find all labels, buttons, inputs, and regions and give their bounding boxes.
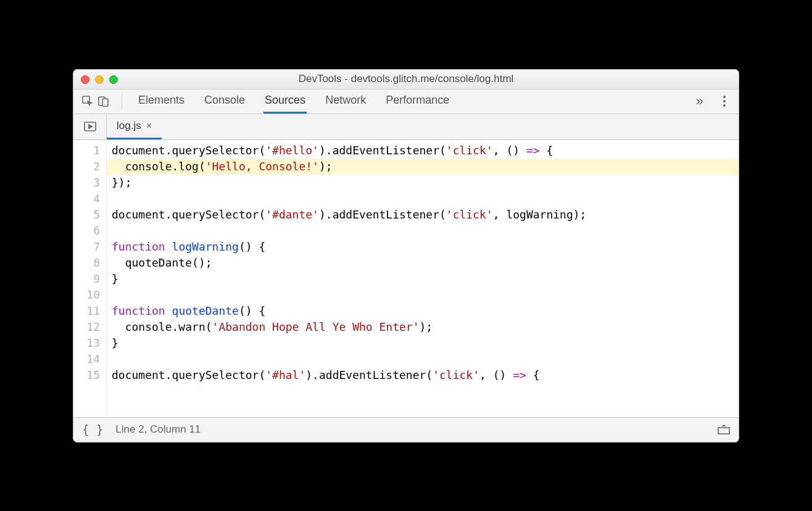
- tab-elements[interactable]: Elements: [137, 89, 186, 114]
- code-line[interactable]: }: [112, 271, 734, 287]
- code-line[interactable]: function logWarning() {: [112, 239, 734, 255]
- navigator-toggle[interactable]: [73, 114, 107, 139]
- sources-subbar: log.js ×: [73, 114, 739, 140]
- window-close-button[interactable]: [81, 75, 89, 84]
- title-bar: DevTools - devtools.glitch.me/console/lo…: [73, 70, 739, 89]
- tab-console[interactable]: Console: [203, 89, 246, 114]
- more-panels-button[interactable]: »: [691, 93, 708, 109]
- inspect-element-icon[interactable]: [80, 93, 96, 109]
- line-number[interactable]: 11: [76, 303, 100, 319]
- panel-tabs: Elements Console Sources Network Perform…: [126, 89, 462, 114]
- window-minimize-button[interactable]: [95, 75, 104, 84]
- code-line[interactable]: console.log('Hello, Console!');: [107, 159, 739, 175]
- code-line[interactable]: [112, 351, 734, 367]
- code-line[interactable]: });: [112, 175, 734, 191]
- status-bar: { } Line 2, Column 11: [73, 417, 739, 442]
- open-file-name: log.js: [117, 120, 141, 132]
- line-number[interactable]: 10: [76, 287, 100, 303]
- code-line[interactable]: quoteDante();: [112, 255, 734, 271]
- line-number[interactable]: 14: [76, 351, 100, 367]
- line-number[interactable]: 12: [76, 319, 100, 335]
- line-number[interactable]: 6: [76, 223, 100, 239]
- window-title: DevTools - devtools.glitch.me/console/lo…: [73, 73, 739, 85]
- open-file-tab[interactable]: log.js ×: [107, 114, 162, 139]
- code-line[interactable]: console.warn('Abandon Hope All Ye Who En…: [112, 319, 734, 335]
- code-line[interactable]: document.querySelector('#dante').addEven…: [112, 207, 734, 223]
- pretty-print-icon[interactable]: { }: [82, 423, 103, 436]
- code-area[interactable]: document.querySelector('#hello').addEven…: [107, 140, 739, 417]
- tab-network[interactable]: Network: [324, 89, 367, 114]
- close-file-icon[interactable]: ×: [146, 120, 152, 131]
- device-toolbar-icon[interactable]: [96, 93, 112, 109]
- cursor-position: Line 2, Column 11: [115, 423, 201, 436]
- tabstrip-separator: [122, 94, 122, 109]
- tabstrip-left-tools: [73, 89, 118, 114]
- code-line[interactable]: [112, 223, 734, 239]
- devtools-tabstrip: Elements Console Sources Network Perform…: [73, 89, 739, 114]
- line-number[interactable]: 15: [76, 367, 100, 383]
- code-line[interactable]: [112, 191, 734, 207]
- line-number[interactable]: 8: [76, 255, 100, 271]
- svg-rect-2: [102, 99, 108, 106]
- line-number[interactable]: 13: [76, 335, 100, 351]
- line-number[interactable]: 5: [76, 207, 100, 223]
- drawer-toggle-icon[interactable]: [718, 425, 730, 434]
- devtools-window: DevTools - devtools.glitch.me/console/lo…: [73, 69, 739, 442]
- line-number[interactable]: 3: [76, 175, 100, 191]
- window-maximize-button[interactable]: [109, 75, 118, 84]
- line-number[interactable]: 7: [76, 239, 100, 255]
- line-number-gutter: 123456789101112131415: [73, 140, 107, 417]
- code-line[interactable]: }: [112, 335, 734, 351]
- traffic-lights: [81, 70, 118, 89]
- code-editor[interactable]: 123456789101112131415 document.querySele…: [73, 140, 739, 417]
- line-number[interactable]: 9: [76, 271, 100, 287]
- line-number[interactable]: 2: [76, 159, 100, 175]
- tab-performance[interactable]: Performance: [384, 89, 450, 114]
- code-line[interactable]: function quoteDante() {: [112, 303, 734, 319]
- code-line[interactable]: [112, 287, 734, 303]
- svg-rect-4: [718, 428, 729, 434]
- line-number[interactable]: 1: [76, 143, 100, 159]
- code-line[interactable]: document.querySelector('#hello').addEven…: [112, 143, 734, 159]
- line-number[interactable]: 4: [76, 191, 100, 207]
- tabstrip-right: »: [685, 89, 739, 114]
- tab-sources[interactable]: Sources: [263, 89, 307, 114]
- code-line[interactable]: document.querySelector('#hal').addEventL…: [112, 367, 734, 383]
- devtools-settings-menu[interactable]: [716, 96, 732, 107]
